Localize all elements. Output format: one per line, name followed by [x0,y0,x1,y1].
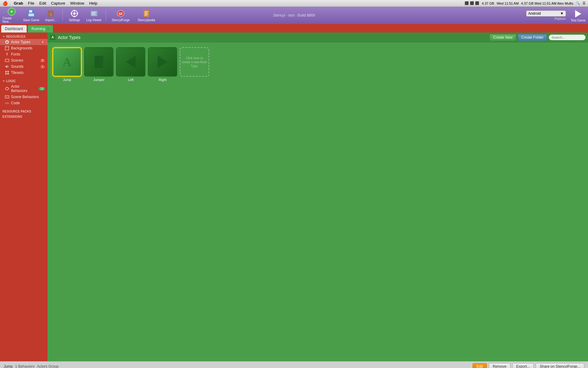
svg-rect-22 [145,14,148,14]
svg-text:+: + [10,9,13,14]
resources-header-label: RESOURCES [6,35,25,38]
actor-types-icon: A [5,40,9,44]
menu-help-item[interactable]: Help [89,1,97,6]
right-arrow-icon [158,56,168,68]
menu-grab[interactable]: Grab [14,1,23,6]
apple-logo[interactable]: 🍎 [2,1,8,6]
scene-behaviors-icon [5,95,9,99]
log-viewer-icon [90,9,98,18]
menu-edit-item[interactable]: Edit [39,1,46,6]
platform-dropdown-icon: ▼ [560,11,564,16]
svg-line-33 [8,67,9,67]
tabs-bar: Dashboard Running ✕ [0,24,588,33]
scenes-icon [5,58,9,63]
svg-text:T: T [6,53,8,56]
svg-marker-31 [6,65,7,68]
settings-label: Settings [69,18,80,22]
test-game-button[interactable]: Test Game [571,9,586,22]
actor-label-jumper: Jumper [93,78,105,82]
svg-rect-21 [145,13,148,13]
actor-item-right[interactable]: Right [148,47,177,82]
remove-button[interactable]: Remove [489,363,511,368]
save-game-button[interactable]: Save Game [22,8,40,23]
svg-marker-38 [6,87,9,90]
svg-rect-10 [74,16,75,17]
search-icon[interactable]: 🔍 [576,1,580,5]
stencylpedia-button[interactable]: Stencylpedia [134,8,159,23]
actor-item-jumper[interactable]: Jumper [84,47,114,82]
sidebar-item-backgrounds[interactable]: Backgrounds [0,45,47,51]
import-icon: ↓ [47,9,55,18]
platform-selector[interactable]: Android ▼ [526,10,566,17]
save-game-icon [27,9,36,18]
actor-label-jump: Jump [63,78,71,82]
sidebar-scenes-label: Scenes [11,58,23,63]
sidebar-item-scenes[interactable]: Scenes 0 [0,57,47,63]
menu-capture-item[interactable]: Capture [51,1,65,6]
sidebar-item-fonts[interactable]: T Fonts [0,51,47,57]
actor-tile-jump[interactable]: A [52,47,82,77]
tab-dashboard-label: Dashboard [5,27,23,31]
list-icon[interactable]: ☰ [582,1,586,5]
create-new-button[interactable]: + Create New... [2,8,21,23]
logic-header-label: LOGIC [6,79,16,83]
create-new-label: Create New... [2,17,21,23]
actor-label-left: Left [128,78,134,82]
actor-search-input[interactable] [549,35,586,40]
log-viewer-button[interactable]: Log Viewer [85,8,103,23]
sidebar-item-code[interactable]: </> Code [0,100,47,106]
sidebar-item-actor-types[interactable]: A Actor Types 4 [0,39,47,45]
content-header-title: Actor Types [58,35,81,40]
sidebar-item-scene-behaviors[interactable]: Scene Behaviors [0,94,47,100]
settings-button[interactable]: Settings [65,8,84,23]
status-actions: Edit Remove Export... Share on StencylFo… [473,363,584,368]
tab-running-close[interactable]: ✕ [47,27,49,31]
sidebar-scenes-badge: 0 [40,59,45,62]
mac-menubar: 🍎 Grab Create New... File Edit Capture W… [0,0,588,7]
sidebar-actor-types-label: Actor Types [11,40,30,44]
svg-rect-14 [92,12,96,13]
svg-rect-30 [5,59,9,62]
menu-file-item[interactable]: File [28,1,34,6]
actor-tile-left[interactable] [116,47,145,77]
user-name: 4.37 GB Wed 11:51 AM Alex Mullis [521,2,573,5]
sidebar-item-tilesets[interactable]: Tilesets [0,70,47,76]
menubar-right: ⬛ ⬛ ⬛ 4.37 GB Wed 11:51 AM 4.37 GB Wed 1… [465,1,586,5]
edit-button[interactable]: Edit [473,363,487,368]
sidebar-sounds-label: Sounds [11,64,24,69]
svg-text:A: A [6,41,8,44]
menu-window-item[interactable]: Window [70,1,84,6]
stencylforge-button[interactable]: SF StencylForge [108,8,133,23]
svg-rect-23 [145,15,147,16]
create-new-action-button[interactable]: Create New [490,34,516,41]
tab-dashboard[interactable]: Dashboard [1,25,27,33]
status-bar: Jump 1 Behaviors Actors Group Edit Remov… [0,361,588,368]
app-title: Stencyl - test - Build 8869 [273,13,315,17]
sidebar-item-actor-behaviors[interactable]: Actor Behaviors 18 [0,83,47,94]
import-button[interactable]: ↓ Import... [42,8,60,23]
toolbar-separator-2 [106,10,106,21]
fonts-icon: T [5,52,9,56]
share-stencylforge-button[interactable]: Share on StencylForge... [536,363,584,368]
actor-item-jump[interactable]: A Jump [52,47,82,82]
settings-icon [70,9,79,18]
platform-value: Android [528,11,541,16]
actor-tile-new[interactable]: Click here to create a new Actor Type. [180,47,209,77]
actor-item-left[interactable]: Left [116,47,145,82]
status-actor-name: Jump [4,364,13,368]
resource-packs-label: RESOURCE PACKS [2,110,31,113]
app-toolbar: Stencyl - test - Build 8869 + Create New… [0,7,588,24]
content-header-icon: A [50,35,55,40]
export-button[interactable]: Export... [512,363,534,368]
stencylpedia-icon [142,9,151,18]
actor-item-new[interactable]: Click here to create a new Actor Type. [180,47,209,82]
create-folder-button[interactable]: Create Folder [518,34,547,41]
actor-tile-right[interactable] [148,47,177,77]
actor-tile-jumper[interactable] [84,47,114,77]
sidebar-backgrounds-label: Backgrounds [11,46,32,50]
sidebar-item-sounds[interactable]: Sounds 1 [0,63,47,70]
actor-label-right: Right [159,78,167,82]
sidebar-actor-types-badge: 4 [40,40,45,44]
tab-running[interactable]: Running ✕ [28,25,53,33]
svg-rect-37 [7,73,9,75]
